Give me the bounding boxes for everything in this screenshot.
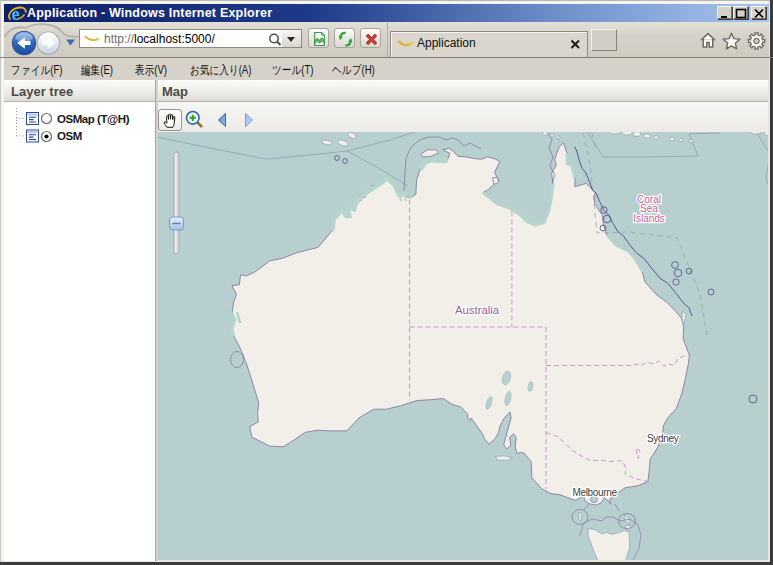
svg-text:Australia: Australia xyxy=(455,304,500,316)
svg-text:Melbourne: Melbourne xyxy=(573,487,618,498)
svg-text:Sydney: Sydney xyxy=(647,433,679,444)
svg-text:Islands: Islands xyxy=(633,213,665,224)
